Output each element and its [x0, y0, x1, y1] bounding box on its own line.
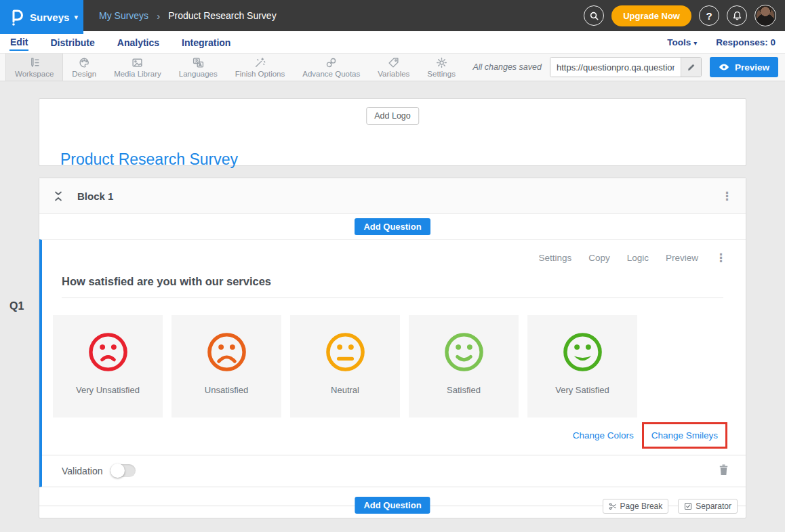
survey-nav: Edit Distribute Analytics Integration To… [0, 31, 785, 53]
tab-analytics[interactable]: Analytics [117, 34, 160, 50]
validation-row: Validation [42, 455, 746, 486]
chevron-down-icon: ▾ [693, 39, 697, 47]
option-very-satisfied[interactable]: Very Satisfied [527, 315, 637, 417]
smiley-options: Very Unsatisfied Unsatisfied Neutral [53, 315, 746, 417]
collapse-icon [54, 190, 63, 202]
deep-frown-smiley-icon [205, 331, 248, 373]
smiley-settings-links: Change Colors Change Smileys [42, 422, 727, 449]
question-copy-link[interactable]: Copy [588, 253, 610, 263]
question-index: Q1 [9, 300, 24, 312]
image-icon [132, 57, 143, 68]
tools-menu[interactable]: Tools▾ [667, 37, 697, 47]
breadcrumb-my-surveys[interactable]: My Surveys [99, 10, 148, 21]
scissors-icon [609, 502, 617, 510]
toggle-knob [110, 464, 125, 478]
option-unsatisfied[interactable]: Unsatisfied [172, 315, 281, 417]
question-preview-link[interactable]: Preview [666, 253, 698, 263]
product-menu-label: Surveys [30, 12, 69, 23]
add-question-button-top[interactable]: Add Question [355, 218, 430, 235]
option-very-unsatisfied[interactable]: Very Unsatisfied [53, 315, 163, 417]
product-menu[interactable]: Surveys ▾ [0, 0, 83, 34]
collapse-block-button[interactable] [54, 190, 63, 202]
question-settings-link[interactable]: Settings [538, 253, 571, 263]
option-neutral[interactable]: Neutral [290, 315, 400, 417]
workspace-icon [28, 57, 40, 68]
big-smile-smiley-icon [561, 331, 604, 373]
search-icon [589, 11, 599, 21]
block-card: Block 1 ⋮ Add Question Settings Copy Log… [39, 178, 746, 518]
smile-smiley-icon [443, 331, 485, 373]
block-footer: Add Question Page Break Separator [39, 487, 746, 518]
breadcrumb-current: Product Research Survey [168, 10, 277, 21]
translate-icon [193, 57, 204, 68]
breadcrumb: My Surveys › Product Research Survey [99, 10, 277, 22]
option-label: Neutral [331, 385, 359, 395]
edit-url-button[interactable] [681, 58, 701, 77]
survey-title[interactable]: Product Research Survey [60, 150, 238, 169]
tab-edit[interactable]: Edit [9, 33, 28, 51]
tag-icon [388, 57, 399, 68]
tab-integration[interactable]: Integration [181, 34, 231, 50]
option-label: Unsatisfied [205, 385, 248, 395]
add-logo-button[interactable]: Add Logo [366, 107, 419, 125]
survey-header-card: Add Logo Product Research Survey [39, 98, 746, 166]
toolbar-item-workspace[interactable]: Workspace [5, 54, 63, 81]
block-header: Block 1 ⋮ [39, 178, 746, 214]
separator-button[interactable]: Separator [678, 499, 738, 514]
questionpro-logo-icon [9, 8, 24, 26]
block-menu-button[interactable]: ⋮ [721, 190, 733, 202]
palette-icon [79, 57, 90, 68]
question-logic-link[interactable]: Logic [627, 253, 649, 263]
toolbar-item-design[interactable]: Design [63, 54, 105, 81]
pencil-icon [687, 63, 696, 72]
search-button[interactable] [584, 5, 604, 26]
topbar-actions: Upgrade Now ? [584, 5, 785, 26]
annotation-highlight-box: Change Smileys [642, 422, 727, 449]
toolbar-right: All changes saved Preview [473, 54, 785, 81]
option-satisfied[interactable]: Satisfied [409, 315, 519, 417]
question-text[interactable]: How satisfied are you with our services [62, 275, 723, 298]
user-avatar[interactable] [754, 5, 776, 26]
notifications-button[interactable] [727, 5, 747, 26]
save-status: All changes saved [473, 62, 542, 72]
chain-link-icon [325, 57, 337, 68]
survey-workspace: Q1 Add Logo Product Research Survey Bloc… [0, 98, 785, 532]
change-smileys-link[interactable]: Change Smileys [651, 430, 718, 441]
validation-toggle[interactable] [110, 464, 136, 477]
magic-wand-icon [254, 57, 266, 68]
editor-toolbar: Workspace Design Media Library Languages… [0, 53, 785, 81]
toolbar-item-media-library[interactable]: Media Library [105, 54, 170, 81]
delete-question-button[interactable] [719, 464, 728, 478]
block-title: Block 1 [77, 190, 113, 202]
checkbox-checked-icon [684, 502, 692, 510]
preview-button[interactable]: Preview [710, 57, 778, 77]
toolbar-item-languages[interactable]: Languages [170, 54, 226, 81]
change-colors-link[interactable]: Change Colors [573, 430, 634, 441]
tab-distribute[interactable]: Distribute [49, 34, 95, 50]
upgrade-now-button[interactable]: Upgrade Now [611, 5, 691, 26]
breadcrumb-separator-icon: › [157, 10, 160, 22]
option-label: Very Unsatisfied [76, 385, 140, 395]
help-button[interactable]: ? [699, 5, 719, 26]
block-footer-tools: Page Break Separator [603, 499, 738, 514]
toolbar-item-finish-options[interactable]: Finish Options [226, 54, 294, 81]
option-label: Satisfied [447, 385, 481, 395]
option-label: Very Satisfied [555, 385, 609, 395]
survey-url-box [550, 57, 702, 77]
add-question-row-top: Add Question [39, 214, 746, 239]
page-break-button[interactable]: Page Break [603, 499, 669, 514]
trash-icon [719, 464, 728, 475]
add-question-button-bottom[interactable]: Add Question [355, 497, 430, 514]
survey-url-input[interactable] [550, 58, 681, 77]
bell-icon [732, 11, 742, 21]
eye-icon [719, 63, 729, 71]
toolbar-item-variables[interactable]: Variables [369, 54, 418, 81]
question-card: Settings Copy Logic Preview ⋮ How satisf… [39, 239, 746, 487]
neutral-smiley-icon [324, 331, 367, 373]
chevron-down-icon: ▾ [74, 13, 78, 22]
survey-nav-right: Tools▾ Responses: 0 [667, 37, 776, 47]
toolbar-item-settings[interactable]: Settings [418, 54, 464, 81]
responses-count[interactable]: Responses: 0 [716, 37, 776, 47]
question-menu-button[interactable]: ⋮ [715, 252, 727, 264]
toolbar-item-advance-quotas[interactable]: Advance Quotas [294, 54, 369, 81]
